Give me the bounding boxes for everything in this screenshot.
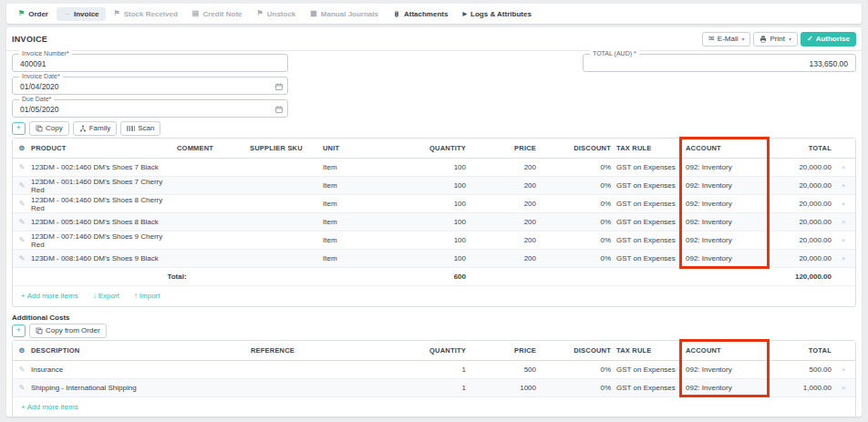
remove-row-icon[interactable]: × bbox=[832, 365, 855, 374]
col-account: ACCOUNT bbox=[680, 346, 759, 355]
item-price: 200 bbox=[466, 181, 536, 190]
import-link[interactable]: ↑ Import bbox=[134, 292, 160, 300]
family-button[interactable]: Family bbox=[73, 121, 118, 136]
item-account: 092: Inventory bbox=[680, 236, 759, 244]
cost-tax-rule: GST on Expenses bbox=[611, 365, 680, 374]
email-button-label: E-Mail bbox=[718, 36, 739, 43]
copy-button-label: Copy bbox=[46, 125, 63, 132]
add-more-items-link[interactable]: + Add more items bbox=[21, 292, 78, 300]
remove-row-icon[interactable]: × bbox=[832, 218, 855, 226]
print-button[interactable]: Print ▾ bbox=[753, 32, 797, 46]
calendar-icon[interactable] bbox=[275, 106, 283, 113]
item-account: 092: Inventory bbox=[680, 181, 759, 190]
edit-row-pencil-icon[interactable]: ✎ bbox=[13, 254, 31, 262]
tab-credit-note[interactable]: ▤ Credit Note bbox=[186, 7, 249, 21]
cost-quantity: 1 bbox=[389, 384, 466, 392]
remove-row-icon[interactable]: × bbox=[832, 200, 855, 208]
tab-manual-journals[interactable]: ▦ Manual Journals bbox=[304, 7, 385, 21]
calendar-icon[interactable] bbox=[275, 83, 283, 90]
tab-label: Manual Journals bbox=[321, 10, 378, 18]
invoice-items-table: ⚙ PRODUCT COMMENT SUPPLIER SKU UNIT QUAN… bbox=[12, 138, 856, 307]
edit-row-pencil-icon[interactable]: ✎ bbox=[13, 181, 31, 190]
invoice-date-field[interactable]: Invoice Date* 01/04/2020 bbox=[12, 77, 288, 95]
scan-button[interactable]: Scan bbox=[120, 121, 160, 136]
envelope-icon: ✉ bbox=[708, 36, 715, 43]
tab-label: Attachments bbox=[404, 10, 448, 18]
print-button-label: Print bbox=[770, 36, 784, 43]
item-product: 123DM - 005:1460 DM's Shoes 8 Black bbox=[31, 218, 177, 226]
invoice-form: Invoice Number* 400091 Invoice Date* 01/… bbox=[12, 54, 856, 119]
additional-costs-toolbar: + Copy from Order bbox=[12, 324, 856, 337]
remove-row-icon[interactable]: × bbox=[832, 163, 855, 171]
column-settings-gear-icon[interactable]: ⚙ bbox=[13, 144, 31, 152]
check-circle-icon: ✓ bbox=[807, 36, 813, 43]
cost-account: 092: Inventory bbox=[680, 384, 759, 392]
col-discount: DISCOUNT bbox=[536, 346, 611, 355]
tab-attachments[interactable]: Attachments bbox=[387, 7, 454, 21]
export-label: Export bbox=[98, 292, 119, 300]
item-product: 123DM - 001:1460 DM's Shoes 7 Cherry Red bbox=[31, 178, 177, 194]
remove-row-icon[interactable]: × bbox=[832, 236, 855, 244]
item-quantity: 100 bbox=[391, 181, 466, 190]
tab-order[interactable]: ⚑ Order bbox=[12, 7, 55, 21]
item-discount: 0% bbox=[536, 200, 611, 208]
add-cost-line-button[interactable]: + bbox=[12, 324, 26, 337]
item-price: 200 bbox=[466, 254, 536, 262]
due-date-field[interactable]: Due Date* 01/05/2020 bbox=[12, 99, 288, 118]
invoice-number-label: Invoice Number* bbox=[19, 50, 72, 57]
items-total-quantity: 600 bbox=[391, 273, 466, 281]
authorise-button[interactable]: ✓ Authorise bbox=[801, 32, 856, 46]
col-quantity: QUANTITY bbox=[389, 346, 466, 355]
invoice-panel-header: INVOICE ✉ E-Mail ▾ Print ▾ ✓ Authorise bbox=[6, 27, 862, 51]
remove-row-icon[interactable]: × bbox=[832, 181, 855, 190]
scan-button-label: Scan bbox=[138, 125, 154, 132]
tab-stock-received[interactable]: ⚑ Stock Received bbox=[108, 7, 184, 21]
tab-logs-attributes[interactable]: ▶ Logs & Attributes bbox=[456, 7, 537, 21]
item-row: ✎ 123DM - 004:1460 DM's Shoes 8 Cherry R… bbox=[13, 195, 855, 213]
edit-row-pencil-icon[interactable]: ✎ bbox=[13, 163, 31, 171]
flag-icon: ⚑ bbox=[257, 10, 264, 17]
remove-row-icon[interactable]: × bbox=[832, 384, 855, 392]
edit-row-pencil-icon[interactable]: ✎ bbox=[13, 365, 31, 374]
add-more-items-link[interactable]: + Add more items bbox=[21, 403, 78, 411]
items-table-footer: + Add more items ↓ Export ↑ Import bbox=[13, 286, 855, 306]
cost-description: Insurance bbox=[31, 365, 251, 374]
item-product: 123DM - 004:1460 DM's Shoes 8 Cherry Red bbox=[31, 196, 177, 212]
edit-row-pencil-icon[interactable]: ✎ bbox=[13, 218, 31, 226]
edit-row-pencil-icon[interactable]: ✎ bbox=[13, 236, 31, 244]
add-line-button[interactable]: + bbox=[12, 122, 26, 135]
tab-label: Credit Note bbox=[202, 10, 242, 18]
items-table-body: ✎ 123DM - 002:1460 DM's Shoes 7 Black It… bbox=[13, 159, 855, 268]
item-total: 20,000.00 bbox=[759, 181, 832, 190]
item-price: 200 bbox=[466, 163, 536, 171]
export-link[interactable]: ↓ Export bbox=[93, 292, 119, 300]
col-description: DESCRIPTION bbox=[31, 346, 251, 355]
import-label: Import bbox=[140, 292, 160, 300]
item-row: ✎ 123DM - 001:1460 DM's Shoes 7 Cherry R… bbox=[13, 177, 855, 195]
tab-unstock[interactable]: ⚑ Unstock bbox=[251, 7, 303, 21]
plus-icon: + bbox=[21, 292, 26, 300]
item-price: 200 bbox=[466, 236, 536, 244]
edit-row-pencil-icon[interactable]: ✎ bbox=[13, 384, 31, 392]
edit-row-pencil-icon[interactable]: ✎ bbox=[13, 200, 31, 208]
invoice-number-field[interactable]: Invoice Number* 400091 bbox=[12, 54, 288, 72]
additional-costs-table: ⚙ DESCRIPTION REFERENCE QUANTITY PRICE D… bbox=[12, 340, 856, 417]
remove-row-icon[interactable]: × bbox=[832, 254, 855, 262]
column-settings-gear-icon[interactable]: ⚙ bbox=[13, 346, 31, 355]
additional-costs-title: Additional Costs bbox=[12, 314, 856, 322]
copy-button[interactable]: Copy bbox=[29, 121, 69, 136]
items-total-label: Total: bbox=[31, 273, 323, 281]
email-button[interactable]: ✉ E-Mail ▾ bbox=[702, 32, 750, 46]
copy-from-order-button[interactable]: Copy from Order bbox=[29, 324, 107, 338]
cost-quantity: 1 bbox=[389, 365, 466, 374]
item-quantity: 100 bbox=[391, 254, 466, 262]
item-product: 123DM - 007:1460 DM's Shoes 9 Cherry Red bbox=[31, 232, 177, 249]
copy-icon bbox=[36, 327, 43, 335]
total-aud-field[interactable]: TOTAL (AUD) * 133,650.00 bbox=[583, 54, 856, 72]
tab-invoice[interactable]: → Invoice bbox=[57, 7, 106, 21]
due-date-label: Due Date* bbox=[19, 96, 54, 103]
tab-label: Order bbox=[28, 10, 48, 18]
items-total-row: Total: 600 120,000.00 bbox=[13, 268, 855, 286]
items-total-amount: 120,000.00 bbox=[759, 273, 832, 281]
item-unit: Item bbox=[323, 163, 391, 171]
